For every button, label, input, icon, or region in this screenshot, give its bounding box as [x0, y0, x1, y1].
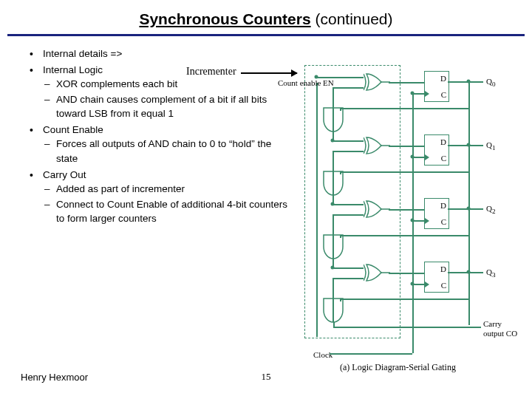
xor-gate-3 [364, 263, 390, 282]
ff-d-label: D [440, 137, 446, 146]
diagram-caption: (a) Logic Diagram-Serial Gating [340, 362, 456, 373]
flip-flop-3: D C [424, 262, 449, 293]
node [411, 92, 415, 95]
clock-triangle-icon [425, 91, 429, 97]
label-q1: Q1 [486, 140, 496, 151]
flip-flop-2: D C [424, 198, 449, 229]
wire [340, 171, 341, 174]
sub-added: Added as part of incrementer [56, 182, 296, 197]
ff-d-label: D [440, 74, 446, 83]
bullet-carry-out: Carry Out Added as part of incrementer C… [43, 168, 296, 226]
label-q2: Q2 [486, 204, 496, 215]
bullet-internal-logic: Internal Logic XOR complements each bit … [43, 63, 296, 121]
ff-c-label: C [441, 154, 446, 163]
wire-clock-h [330, 353, 412, 355]
label-count-enable: Count enable EN [278, 78, 334, 87]
logic-diagram: Count enable EN Clock D C Q0 D C [300, 61, 522, 371]
incrementer-label: Incrementer [186, 66, 236, 78]
wire [332, 204, 364, 205]
wire [332, 151, 364, 152]
wire [332, 140, 364, 142]
label-clock: Clock [313, 350, 332, 359]
wire [389, 82, 424, 83]
slide-title: Synchronous Counters (continued) [0, 0, 532, 34]
wire [448, 145, 483, 146]
node [331, 202, 335, 206]
clock-triangle-icon [425, 154, 429, 160]
ff-d-label: D [440, 265, 446, 273]
sub-forces: Forces all outputs of AND chain to 0 to … [56, 137, 296, 166]
node [467, 80, 471, 83]
ff-c-label: C [441, 90, 446, 99]
wire [340, 171, 468, 173]
wire [332, 214, 364, 216]
wire [340, 108, 341, 111]
wire-carry-out [333, 327, 481, 328]
node [411, 155, 415, 159]
title-continued: (continued) [315, 10, 392, 27]
label-q3: Q3 [486, 267, 496, 279]
node [467, 207, 471, 211]
wire [448, 208, 483, 210]
xor-gate-0 [364, 72, 390, 92]
node [331, 266, 335, 270]
footer-author: Henry Hexmoor [21, 372, 88, 383]
wire-clock [412, 93, 414, 353]
node [315, 75, 318, 79]
ff-c-label: C [441, 217, 446, 226]
wire [340, 299, 468, 300]
flip-flop-0: D C [424, 71, 449, 102]
wire [332, 267, 364, 269]
wire [389, 209, 424, 211]
wire [340, 235, 341, 238]
node [467, 270, 471, 274]
bullet-count-enable: Count Enable Forces all outputs of AND c… [43, 123, 296, 166]
sub-connect: Connect to Count Enable of additional 4-… [56, 197, 296, 226]
wire-en [316, 83, 318, 337]
wire [340, 235, 468, 236]
and-gate-1 [322, 170, 344, 197]
wire [389, 146, 424, 147]
footer-page: 15 [262, 371, 271, 383]
and-gate-0 [322, 106, 344, 133]
clock-triangle-icon [425, 282, 429, 287]
wire [332, 278, 364, 279]
flip-flop-1: D C [424, 134, 449, 166]
wire [448, 272, 483, 273]
label-carry2: output CO [483, 329, 517, 338]
title-main: Synchronous Counters [139, 10, 310, 27]
wire [389, 273, 424, 274]
wire [316, 77, 364, 78]
wire [448, 81, 483, 83]
wire [332, 87, 364, 89]
and-gate-2 [322, 233, 344, 260]
xor-gate-2 [364, 200, 390, 219]
label-carry: Carry [483, 319, 502, 328]
node [411, 282, 415, 286]
wire-q-feedback [468, 81, 470, 325]
arrow-icon [241, 72, 297, 74]
clock-triangle-icon [425, 218, 429, 224]
node [411, 219, 415, 222]
xor-gate-1 [364, 136, 390, 155]
sub-xor: XOR complements each bit [56, 77, 296, 92]
and-gate-carry [322, 297, 344, 324]
node [467, 143, 471, 147]
ff-c-label: C [441, 281, 446, 290]
label-q0: Q0 [486, 77, 496, 88]
sub-and-chain: AND chain causes complement of a bit if … [56, 92, 296, 121]
bullet-internal-details: Internal details => [43, 47, 296, 61]
ff-d-label: D [440, 201, 446, 210]
wire [340, 108, 468, 109]
title-underline [7, 34, 525, 36]
wire [340, 299, 341, 301]
node [331, 139, 335, 143]
